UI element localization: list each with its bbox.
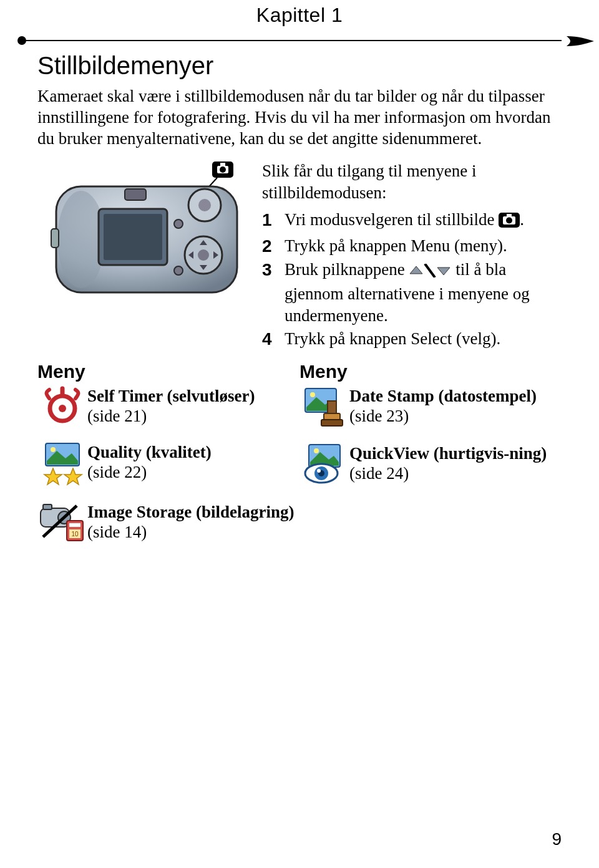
menu-item-page: (side 24) [349,464,409,483]
step-4: 4 Trykk på knappen Select (velg). [262,328,562,350]
chapter-label: Kapittel 1 [37,4,562,27]
intro-paragraph: Kameraet skal være i stillbildemodusen n… [37,86,562,149]
svg-point-37 [314,448,319,453]
page-number: 9 [552,829,562,849]
menu-item-title: QuickView (hurtigvis-ning) [349,444,547,463]
svg-point-41 [317,469,321,473]
svg-rect-15 [51,229,59,248]
header-decoration [19,31,562,50]
svg-point-21 [59,405,66,412]
image-storage-icon: 10 [37,502,87,543]
svg-text:10: 10 [71,531,79,538]
up-down-arrows-icon [409,261,451,283]
self-timer-icon [37,386,87,427]
page-title: Stillbildemenyer [37,52,562,80]
svg-rect-14 [125,189,146,200]
step-text: Vri modusvelgeren til stillbilde . [285,209,562,233]
svg-point-23 [51,447,56,452]
svg-point-11 [198,249,209,261]
step-number: 1 [262,209,285,231]
menu-item-page: (side 21) [87,407,147,425]
menu-heading-right: Meny [300,361,562,382]
step-2: 2 Trykk på knappen Menu (meny). [262,235,562,258]
camera-illustration [37,159,262,352]
step-number: 2 [262,235,285,258]
step-1: 1 Vri modusvelgeren til stillbilde . [262,209,562,233]
svg-rect-26 [43,504,52,509]
step-number: 3 [262,259,285,281]
svg-rect-28 [69,523,80,527]
svg-point-13 [174,266,183,275]
svg-rect-7 [104,214,162,260]
menu-item-quickview: QuickView (hurtigvis-ning) (side 24) [300,443,562,485]
menu-item-quality: Quality (kvalitet) (side 22) [37,442,300,487]
menu-item-page: (side 22) [87,463,147,481]
menu-item-title: Self Timer (selvutløser) [87,387,255,405]
menu-heading-left: Meny [37,361,300,382]
menu-item-page: (side 23) [349,407,409,425]
svg-rect-34 [324,413,340,420]
menu-item-title: Image Storage (bildelagring) [87,503,294,521]
svg-rect-3 [220,163,225,166]
menu-item-title: Quality (kvalitet) [87,443,212,461]
svg-rect-35 [321,420,343,426]
step-3: 3 Bruk pilknappene til å bla gjennom alt… [262,259,562,327]
svg-point-9 [198,199,211,211]
step-text: Trykk på knappen Menu (meny). [285,235,562,257]
menu-item-page: (side 14) [87,523,147,541]
menu-item-self-timer: Self Timer (selvutløser) (side 21) [37,386,300,427]
quickview-icon [300,443,349,485]
menu-item-image-storage: 10 Image Storage (bildelagring) (side 14… [37,502,300,543]
quality-icon [37,442,87,487]
svg-point-2 [220,166,226,173]
step-number: 4 [262,328,285,350]
svg-point-18 [506,218,512,224]
menu-item-title: Date Stamp (datostempel) [349,387,537,405]
svg-point-12 [174,219,183,228]
steps-intro: Slik får du tilgang til menyene i stillb… [262,160,562,204]
svg-rect-19 [507,214,512,216]
date-stamp-icon [300,386,349,428]
step-text: Bruk pilknappene til å bla gjennom alter… [285,259,562,327]
camera-mode-icon [499,211,520,233]
menu-item-date-stamp: Date Stamp (datostempel) (side 23) [300,386,562,428]
svg-point-32 [310,392,315,397]
step-text: Trykk på knappen Select (velg). [285,328,562,350]
svg-rect-33 [328,401,336,415]
